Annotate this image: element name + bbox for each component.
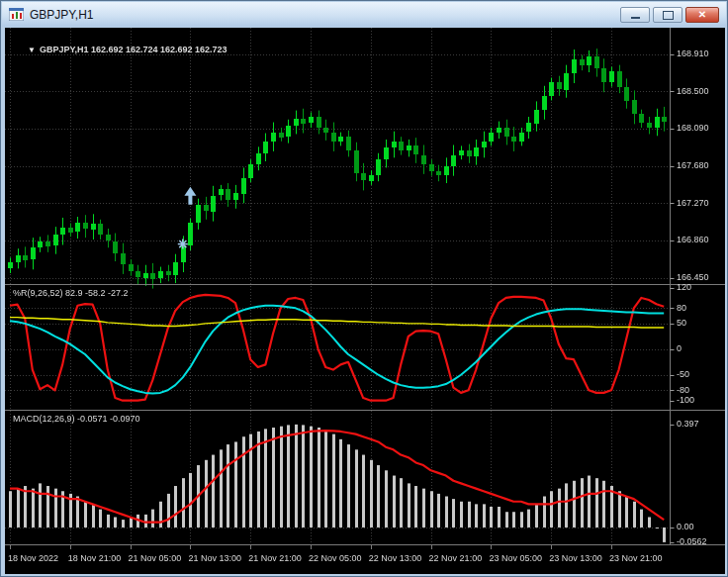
close-icon: ✕ — [698, 10, 706, 20]
chart-client-area: ▼GBPJPY,H1 162.692 162.724 162.692 162.7… — [5, 28, 725, 574]
maximize-button[interactable] — [653, 7, 682, 23]
one-click-trading-arrow-icon[interactable]: ▼ — [28, 46, 36, 54]
minimize-button[interactable] — [620, 7, 650, 23]
macd-indicator-label: MACD(12,26,9) -0.0571 -0.0970 — [13, 414, 140, 424]
wpr-indicator-label: %R(9,26,52) 82.9 -58.2 -27.2 — [13, 288, 129, 298]
symbol-ohlc-label: ▼GBPJPY,H1 162.692 162.724 162.692 162.7… — [13, 35, 228, 64]
window-title: GBPJPY,H1 — [30, 8, 620, 22]
minimize-icon — [631, 17, 640, 19]
symbol-ohlc-text: GBPJPY,H1 162.692 162.724 162.692 162.72… — [40, 45, 228, 54]
price-chart-canvas[interactable] — [5, 28, 725, 574]
chart-window: GBPJPY,H1 ✕ ▼GBPJPY,H1 162.692 162.724 1… — [0, 0, 728, 577]
titlebar[interactable]: GBPJPY,H1 ✕ — [2, 2, 726, 27]
chart-icon — [9, 8, 24, 21]
maximize-icon — [663, 11, 674, 20]
close-button[interactable]: ✕ — [685, 7, 719, 23]
